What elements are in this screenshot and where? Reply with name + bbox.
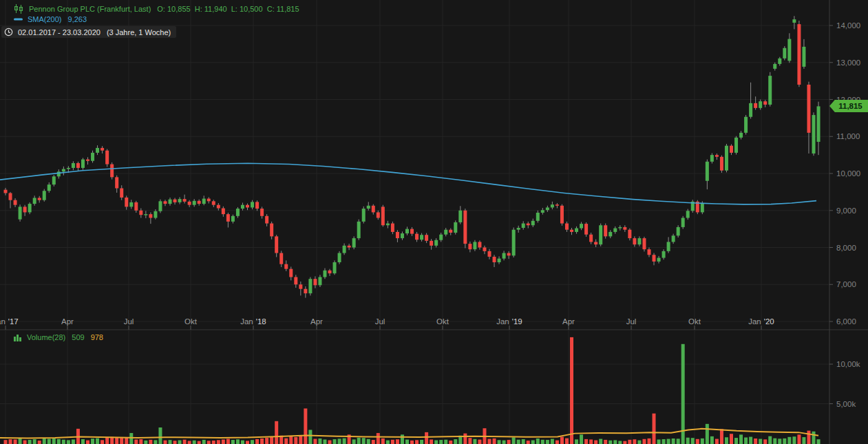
svg-text:10,000: 10,000 <box>836 169 860 178</box>
svg-text:14,000: 14,000 <box>836 21 860 30</box>
chart-canvas[interactable]: 14,00013,00012,00011,00010,0009,0008,000… <box>0 0 868 444</box>
symbol-title: Pennon Group PLC (Frankfurt, Last) <box>29 5 151 13</box>
svg-text:Apr: Apr <box>310 317 323 326</box>
clock-icon <box>4 28 13 36</box>
svg-text:9,000: 9,000 <box>836 207 856 215</box>
svg-text:5,00k: 5,00k <box>836 400 856 408</box>
svg-text:Apr: Apr <box>61 317 74 326</box>
svg-text:Jul: Jul <box>124 317 134 326</box>
date-range-chip: 02.01.2017 - 23.03.2020 (3 Jahre, 1 Woch… <box>1 26 176 38</box>
sma-label: SMA(200) <box>28 15 62 23</box>
sma-legend: SMA(200) 9,263 <box>14 15 87 23</box>
volume-legend: Volume(28) 509 978 <box>14 333 103 341</box>
svg-text:8,000: 8,000 <box>836 244 856 252</box>
volume-ma-value: 978 <box>91 333 103 341</box>
volume-value: 509 <box>72 333 84 341</box>
last-price-badge: 11,815 <box>829 100 868 112</box>
svg-text:13,000: 13,000 <box>836 59 860 67</box>
sma-line-icon <box>14 18 23 21</box>
sma-value: 9,263 <box>68 15 87 23</box>
svg-text:Jan'17: Jan'17 <box>0 317 19 326</box>
candlestick-chart-icon <box>14 4 24 14</box>
svg-text:6,000: 6,000 <box>836 317 856 326</box>
ohlc-values: O: 10,855 H: 11,940 L: 10,500 C: 11,815 <box>157 5 299 13</box>
svg-text:Okt: Okt <box>184 317 198 326</box>
svg-text:10,00k: 10,00k <box>836 360 860 368</box>
volume-label: Volume(28) <box>27 333 65 341</box>
chart-window: 14,00013,00012,00011,00010,0009,0008,000… <box>0 0 868 444</box>
volume-bars-icon <box>14 333 22 341</box>
range-detail: (3 Jahre, 1 Woche) <box>107 28 171 36</box>
svg-text:Jul: Jul <box>375 317 385 326</box>
svg-text:Okt: Okt <box>436 317 449 326</box>
date-range: 02.01.2017 - 23.03.2020 <box>18 28 100 36</box>
svg-text:Apr: Apr <box>562 317 575 326</box>
svg-text:Okt: Okt <box>688 317 701 326</box>
svg-text:11,000: 11,000 <box>836 132 860 140</box>
svg-text:Jul: Jul <box>626 317 637 326</box>
svg-text:7,000: 7,000 <box>836 280 856 288</box>
symbol-legend: Pennon Group PLC (Frankfurt, Last) O: 10… <box>14 4 299 14</box>
